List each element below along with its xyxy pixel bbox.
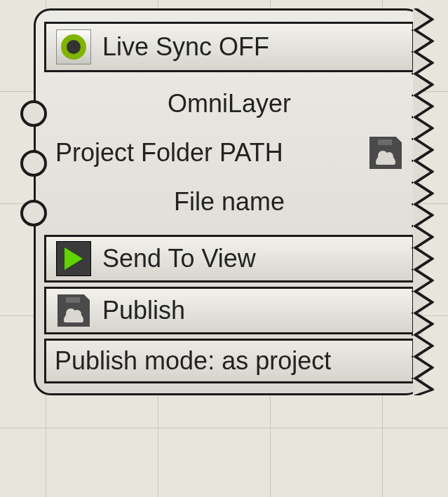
filename-label: File name: [174, 187, 285, 217]
input-port-omnilayer[interactable]: [20, 100, 47, 127]
publish-label: Publish: [102, 296, 185, 325]
floppy-cloud-icon: [369, 137, 402, 169]
inputs-block: OmniLayer Project Folder PATH File name: [44, 76, 414, 231]
project-path-browse-button[interactable]: [369, 137, 402, 169]
project-path-label-row: Project Folder PATH: [48, 128, 410, 177]
send-to-view-label: Send To View: [102, 244, 256, 273]
omniverse-node[interactable]: Live Sync OFF OmniLayer Project Folder P…: [34, 8, 423, 395]
project-path-label: Project Folder PATH: [55, 138, 283, 168]
play-icon: [56, 241, 91, 276]
omnilayer-label-row: OmniLayer: [48, 79, 410, 128]
filename-label-row: File name: [48, 177, 410, 226]
publish-button[interactable]: Publish: [44, 287, 414, 334]
node-canvas: Live Sync OFF OmniLayer Project Folder P…: [0, 0, 448, 497]
live-sync-label: Live Sync OFF: [102, 32, 269, 62]
publish-mode-selector[interactable]: Publish mode: as project: [44, 339, 414, 383]
live-sync-icon: [56, 29, 91, 64]
omnilayer-label: OmniLayer: [168, 89, 291, 118]
publish-floppy-icon: [56, 293, 91, 328]
input-port-project-path[interactable]: [20, 150, 47, 177]
live-sync-toggle[interactable]: Live Sync OFF: [44, 22, 414, 72]
send-to-view-button[interactable]: Send To View: [44, 235, 414, 282]
input-port-filename[interactable]: [20, 200, 47, 226]
node-output-zigzag: [412, 8, 434, 395]
publish-mode-label: Publish mode: as project: [55, 346, 331, 376]
